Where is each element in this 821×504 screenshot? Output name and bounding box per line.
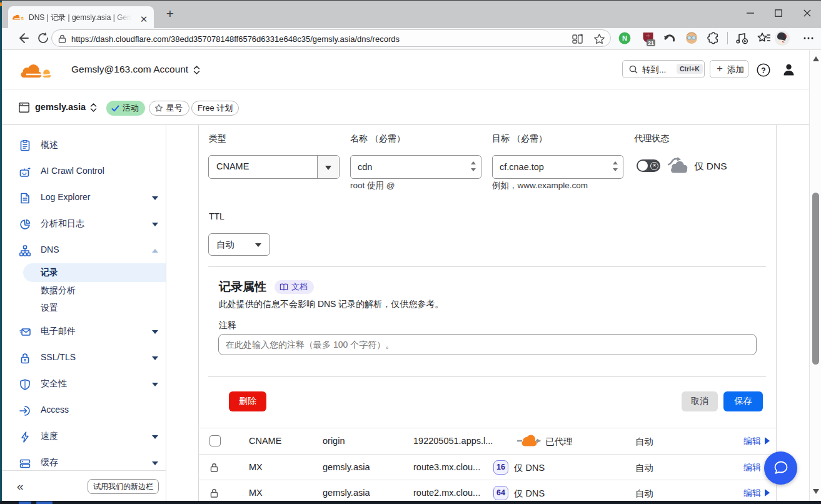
star-zone-button[interactable]: 星号 <box>149 101 189 116</box>
browser-scrollbar[interactable] <box>809 50 821 501</box>
save-button[interactable]: 保存 <box>723 391 763 411</box>
dns-record-row[interactable]: MX gemsly.asia route3.mx.clou... 16 仅 DN… <box>198 454 777 480</box>
spin-up-icon[interactable] <box>471 161 476 164</box>
sidebar-item-access[interactable]: Access <box>2 398 166 424</box>
search-placeholder: 转到... <box>642 64 666 76</box>
spin-down-icon[interactable] <box>471 168 476 171</box>
type-label: 类型 <box>209 133 226 144</box>
address-bar[interactable]: https://dash.cloudflare.com/38edd3570781… <box>51 29 611 47</box>
split-screen-icon[interactable] <box>572 33 584 44</box>
window-minimize-button[interactable] <box>741 1 760 21</box>
access-icon <box>19 405 31 416</box>
sidebar-item-log-explorer[interactable]: Log Explorer <box>2 185 166 211</box>
edit-label: 编辑 <box>743 436 761 446</box>
sidebar-item-dns[interactable]: DNS <box>2 238 166 264</box>
scroll-down-arrow[interactable] <box>813 489 819 494</box>
sidebar-item-analytics-logs[interactable]: 分析和日志 <box>2 211 166 238</box>
target-spinner[interactable] <box>613 159 618 173</box>
media-control-icon[interactable] <box>735 32 748 44</box>
try-new-sidebar-button[interactable]: 试用我们的新边栏 <box>88 479 159 494</box>
section-divider <box>208 266 766 267</box>
name-input[interactable] <box>350 155 481 179</box>
support-chat-button[interactable] <box>764 451 797 485</box>
browser-tab[interactable]: DNS | 记录 | gemsly.asia | Gemsly@ ✕ <box>8 6 154 28</box>
collapse-sidebar-button[interactable]: « <box>17 480 31 492</box>
browser-profile-avatar[interactable] <box>775 31 790 46</box>
extension-n-icon[interactable]: N <box>618 32 631 44</box>
bookmark-star-icon[interactable] <box>593 33 605 44</box>
plan-badge[interactable]: Free 计划 <box>191 101 239 116</box>
add-button[interactable]: + 添加 <box>710 60 748 78</box>
sidebar-item-ssl-tls[interactable]: SSL/TLS <box>2 345 166 371</box>
record-proxy-status: 仅 DNS <box>514 488 545 500</box>
help-button[interactable]: ? <box>757 63 770 77</box>
check-icon <box>111 105 119 112</box>
zone-subheader: gemsly.asia 活动 星号 Free 计划 <box>2 90 809 125</box>
plan-badge-label: Free 计划 <box>198 103 233 114</box>
background-window-text <box>19 501 31 504</box>
lock-icon[interactable] <box>58 34 66 43</box>
sidebar-item-speed[interactable]: 速度 <box>2 424 166 450</box>
spin-up-icon[interactable] <box>613 161 618 164</box>
name-spinner[interactable] <box>471 159 476 173</box>
reload-button[interactable] <box>36 31 50 45</box>
ai-crawl-icon <box>19 166 31 178</box>
record-type: CNAME <box>249 436 281 446</box>
row-checkbox[interactable] <box>209 435 221 446</box>
ttl-select-value: 自动 <box>216 239 234 251</box>
cloudflare-favicon <box>12 13 24 21</box>
extension-shield-icon[interactable]: 21 <box>642 32 654 44</box>
sidebar-item-dns-analytics[interactable]: 数据分析 <box>2 282 166 300</box>
star-badge-label: 星号 <box>166 103 183 114</box>
proxy-status-value: 仅 DNS <box>694 160 727 173</box>
left-window-edge <box>0 0 2 504</box>
record-content: route2.mx.clou... <box>413 488 480 498</box>
delete-button[interactable]: 删除 <box>229 391 266 411</box>
sidebar-item-email[interactable]: 电子邮件 <box>2 319 166 345</box>
email-icon <box>19 326 31 338</box>
target-input[interactable] <box>492 155 623 179</box>
ssl-lock-icon <box>19 353 31 364</box>
cloudflare-logo[interactable] <box>19 63 51 78</box>
scrollbar-thumb[interactable] <box>812 193 819 365</box>
record-name: gemsly.asia <box>323 462 370 472</box>
edit-record-link[interactable]: 编辑 <box>743 488 770 499</box>
tab-close-icon[interactable]: ✕ <box>137 13 151 26</box>
global-search-input[interactable]: 转到... Ctrl+K <box>622 60 705 78</box>
spin-down-icon[interactable] <box>613 168 618 171</box>
comment-input[interactable] <box>218 334 757 355</box>
back-button[interactable] <box>16 31 30 45</box>
user-profile-button[interactable] <box>782 63 795 76</box>
browser-menu-icon[interactable] <box>802 32 815 44</box>
type-select-value: CNAME <box>216 161 249 171</box>
dns-record-row[interactable]: MX gemsly.asia route2.mx.clou... 64 仅 DN… <box>198 480 777 501</box>
sidebar-item-dns-records[interactable]: 记录 <box>23 263 166 282</box>
proxy-toggle[interactable]: ✕ <box>637 159 660 172</box>
sidebar-item-security[interactable]: 安全性 <box>2 371 166 398</box>
new-tab-button[interactable]: + <box>162 5 178 23</box>
docs-badge[interactable]: 文档 <box>275 280 314 294</box>
sidebar-item-overview[interactable]: 概述 <box>2 133 166 159</box>
account-selector-icon[interactable] <box>193 65 201 75</box>
window-close-button[interactable] <box>798 1 817 21</box>
dns-record-row[interactable]: CNAME origin 192205051.apps.l... 已代理 自动 … <box>198 428 777 453</box>
type-select[interactable]: CNAME <box>208 155 340 179</box>
dashboard-header: Gemsly@163.com Account 转到... Ctrl+K + 添加… <box>2 50 809 89</box>
zone-selector-icon[interactable] <box>89 103 98 113</box>
scroll-up-arrow[interactable] <box>813 56 819 61</box>
collections-icon[interactable] <box>757 32 770 44</box>
name-helper: root 使用 @ <box>350 180 395 191</box>
sidebar-item-dns-settings[interactable]: 设置 <box>2 300 166 317</box>
chat-bubble-icon <box>773 460 788 475</box>
cloudflare-page: Gemsly@163.com Account 转到... Ctrl+K + 添加… <box>2 50 809 501</box>
cancel-button[interactable]: 取消 <box>682 391 718 411</box>
extension-face-icon[interactable] <box>685 32 698 44</box>
extensions-puzzle-icon[interactable] <box>707 32 720 44</box>
extension-undo-arrow-icon[interactable] <box>663 32 676 44</box>
sidebar-item-ai-crawl-control[interactable]: AI Crawl Control <box>2 159 166 185</box>
window-maximize-button[interactable] <box>769 1 788 21</box>
edit-record-link[interactable]: 编辑 <box>743 436 770 447</box>
dns-icon <box>19 245 31 256</box>
chevron-down-icon <box>152 383 158 386</box>
ttl-select[interactable]: 自动 <box>208 233 270 256</box>
